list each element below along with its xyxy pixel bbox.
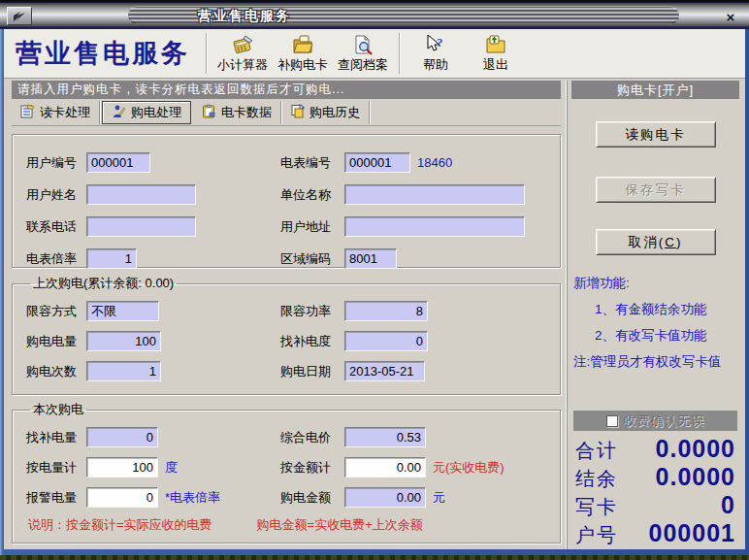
times-label: 购电次数 — [26, 363, 86, 380]
meter-no-label: 电表编号 — [280, 154, 344, 172]
tab-purchase-history[interactable]: 购电历史 — [281, 101, 370, 124]
last-purchase-title: 上次购电(累计余额: 0.00) — [30, 275, 177, 292]
close-icon[interactable]: × — [721, 7, 740, 26]
save-write-card-button: 保存写卡 — [596, 177, 716, 203]
view-archives-button[interactable]: 查阅档案 — [333, 30, 393, 77]
svg-text:?: ? — [437, 35, 443, 49]
totals-panel: 合计 0.0000 结余 0.0000 写卡 0 — [573, 431, 737, 549]
desktop-edge-bottom — [0, 555, 749, 560]
app-window: 营业售电服务 × 营业售电服务 — [0, 2, 749, 555]
phone-label: 联系电话 — [26, 218, 86, 236]
tab-strip: 读卡处理 购电处理 — [12, 99, 561, 126]
status-message-bar: 请插入用户购电卡，读卡分析电表返回数据后才可购电... — [12, 81, 561, 99]
help-button-label: 帮助 — [423, 56, 448, 74]
calculator-icon — [231, 34, 254, 55]
repurchase-card-button[interactable]: 补购电卡 — [273, 30, 333, 77]
person-pen-icon — [112, 104, 126, 121]
adjust-degree-field[interactable] — [344, 331, 428, 351]
by-amount-field[interactable] — [344, 457, 426, 478]
price-field[interactable] — [344, 427, 426, 447]
app-logo-icon — [7, 7, 32, 25]
meter-no-field[interactable] — [344, 152, 410, 173]
admin-note: 注:管理员才有权改写卡值 — [573, 348, 737, 375]
right-panel-header: 购电卡[开户] — [571, 81, 739, 99]
fee-confirm-checkbox[interactable] — [606, 415, 618, 427]
purchase-date-field[interactable] — [344, 361, 425, 381]
total-label: 合计 — [575, 438, 618, 464]
page-title: 营业售电服务 — [10, 36, 200, 71]
tab-card-data-label: 电卡数据 — [221, 104, 272, 121]
new-feature-1: 1、有金额结余功能 — [573, 296, 737, 322]
energy-field[interactable] — [86, 331, 161, 351]
cancel-button[interactable]: 取消(C) — [596, 229, 716, 255]
alarm-energy-field[interactable] — [86, 487, 158, 508]
user-name-field[interactable] — [86, 184, 196, 205]
tab-read-card-label: 读卡处理 — [40, 104, 90, 121]
org-name-label: 单位名称 — [280, 186, 344, 204]
limit-mode-field[interactable] — [86, 301, 159, 321]
area-code-field[interactable] — [344, 248, 397, 269]
note-amount-formula: 购电金额=实收电费+上次余额 — [257, 516, 423, 534]
last-purchase-group: 上次购电(累计余额: 0.00) 限容方式 限容功率 — [12, 275, 561, 395]
new-feature-2: 2、有改写卡值功能 — [573, 322, 737, 348]
fee-confirm-bar: 收费确认无误 — [573, 411, 737, 431]
alarm-unit: *电表倍率 — [165, 489, 220, 507]
by-amount-unit: 元(实收电费) — [433, 459, 505, 477]
user-no-field[interactable] — [86, 152, 150, 173]
phone-field[interactable] — [86, 216, 196, 237]
new-features-info: 新增功能: 1、有金额结余功能 2、有改写卡值功能 注:管理员才有权改写卡值 — [573, 270, 737, 375]
limit-power-field[interactable] — [344, 301, 428, 321]
note-edit-icon — [20, 104, 35, 121]
meter-rate-field[interactable] — [86, 248, 137, 269]
help-button[interactable]: ? 帮助 — [406, 30, 466, 77]
energy-label: 购电电量 — [26, 333, 86, 350]
meter-extra-value: 18460 — [417, 155, 452, 170]
user-no-label: 用户编号 — [26, 154, 86, 172]
tab-card-data[interactable]: 电卡数据 — [193, 101, 281, 124]
by-amount-label: 按金额计 — [280, 459, 344, 477]
address-label: 用户地址 — [280, 218, 344, 236]
total-value: 0.0000 — [618, 435, 735, 463]
current-purchase-group: 本次购电 找补电量 综合电价 — [12, 401, 561, 544]
account-no-row: 户号 000001 — [575, 519, 735, 547]
org-name-field[interactable] — [344, 184, 525, 205]
note-by-amount: 说明：按金额计=实际应收的电费 — [28, 516, 212, 534]
new-features-heading: 新增功能: — [573, 270, 737, 296]
amount-field[interactable] — [344, 487, 426, 508]
fee-confirm-label: 收费确认无误 — [624, 412, 705, 430]
meter-rate-label: 电表倍率 — [26, 250, 86, 268]
alarm-energy-label: 报警电量 — [26, 489, 86, 507]
folder-card-icon — [291, 34, 314, 55]
adjust-degree-label: 找补电度 — [280, 333, 344, 350]
toolbar-separator — [399, 33, 400, 74]
exit-button[interactable]: 退出 — [466, 30, 526, 77]
adjust-energy-field[interactable] — [86, 427, 158, 447]
times-field[interactable] — [86, 361, 161, 381]
calculator-button[interactable]: 小计算器 — [212, 30, 273, 77]
exit-button-label: 退出 — [483, 56, 508, 74]
amount-label: 购电金额 — [280, 489, 344, 507]
help-cursor-icon: ? — [424, 34, 447, 55]
area-code-label: 区域编码 — [280, 250, 344, 268]
read-card-button[interactable]: 读购电卡 — [596, 121, 716, 148]
account-no-value: 000001 — [618, 519, 735, 547]
balance-value: 0.0000 — [618, 463, 735, 491]
by-energy-field[interactable] — [86, 457, 158, 478]
tab-read-card[interactable]: 读卡处理 — [12, 101, 100, 124]
pages-history-icon — [290, 104, 305, 121]
balance-label: 结余 — [575, 466, 618, 492]
tab-purchase-process-label: 购电处理 — [131, 104, 181, 121]
purchase-date-label: 购电日期 — [280, 363, 344, 380]
limit-power-label: 限容功率 — [280, 303, 344, 320]
window-border: 营业售电服务 — [0, 29, 749, 555]
toolbar: 营业售电服务 — [4, 29, 745, 79]
current-purchase-title: 本次购电 — [30, 401, 86, 418]
limit-mode-label: 限容方式 — [26, 303, 86, 320]
address-field[interactable] — [344, 216, 525, 237]
exit-icon — [484, 34, 507, 55]
tab-purchase-history-label: 购电历史 — [309, 104, 360, 121]
price-label: 综合电价 — [280, 429, 344, 446]
user-name-label: 用户姓名 — [26, 186, 86, 204]
account-no-label: 户号 — [575, 522, 618, 548]
tab-purchase-process[interactable]: 购电处理 — [102, 101, 191, 124]
